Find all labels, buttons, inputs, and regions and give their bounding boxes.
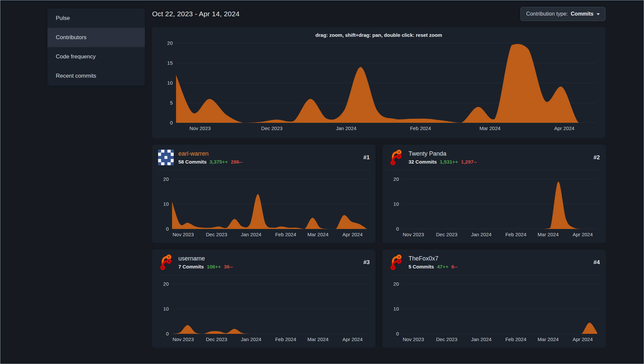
svg-text:Dec 2023: Dec 2023	[436, 336, 457, 342]
contributor-info: TheFox0x7 5 Commits 47++ 6--	[409, 255, 457, 269]
overall-commits-chart-card: drag: zoom, shift+drag: pan, double clic…	[152, 27, 605, 138]
svg-text:Mar 2024: Mar 2024	[538, 336, 559, 342]
svg-text:Mar 2024: Mar 2024	[308, 232, 328, 237]
contributor-name: username	[178, 255, 233, 262]
svg-text:0: 0	[396, 226, 399, 232]
contribution-type-dropdown[interactable]: Contribution type: Commits	[520, 7, 605, 21]
sidebar-item-label: Code frequency	[56, 53, 96, 60]
contribution-type-label: Contribution type:	[526, 11, 568, 17]
contributor-commits-area-chart[interactable]: 01020Nov 2023Dec 2023Jan 2024Feb 2024Mar…	[157, 279, 370, 344]
contributor-chart-area: 01020Nov 2023Dec 2023Jan 2024Feb 2024Mar…	[388, 275, 600, 346]
sidebar-item-label: Pulse	[56, 15, 70, 22]
svg-text:Jan 2024: Jan 2024	[241, 336, 261, 342]
deletions-count: 6--	[451, 264, 457, 269]
svg-text:20: 20	[163, 281, 169, 287]
contributor-cards-grid: earl-warren 58 Commits 3,375++ 286-- #1 …	[152, 145, 605, 348]
contributor-card: earl-warren 58 Commits 3,375++ 286-- #1 …	[152, 145, 376, 243]
forgejo-logo-icon	[158, 255, 174, 270]
main-content: Oct 22, 2023 - Apr 14, 2024 Contribution…	[152, 6, 605, 348]
svg-text:Apr 2024: Apr 2024	[573, 336, 593, 342]
svg-text:Feb 2024: Feb 2024	[410, 125, 431, 131]
svg-text:Feb 2024: Feb 2024	[505, 336, 526, 342]
contributor-name-link[interactable]: earl-warren	[178, 150, 242, 157]
svg-text:Apr 2024: Apr 2024	[554, 125, 575, 131]
svg-text:20: 20	[393, 176, 399, 182]
svg-text:Mar 2024: Mar 2024	[538, 232, 559, 237]
contributors-page: Pulse Contributors Code frequency Recent…	[0, 0, 644, 348]
activity-sidebar: Pulse Contributors Code frequency Recent…	[47, 9, 145, 86]
chevron-down-icon	[597, 13, 600, 15]
contributor-card-header: Twenty Panda 32 Commits 1,531++ 1,297-- …	[388, 145, 600, 171]
contributor-name: TheFox0x7	[409, 255, 457, 262]
sidebar-item-label: Recent commits	[56, 73, 96, 79]
contributor-stats: 58 Commits 3,375++ 286--	[178, 159, 242, 165]
additions-count: 3,375++	[210, 159, 228, 165]
contributor-name: Twenty Panda	[409, 150, 477, 157]
contributor-stats: 7 Commits 108++ 36--	[178, 264, 233, 269]
svg-text:Feb 2024: Feb 2024	[275, 232, 296, 237]
svg-text:20: 20	[393, 281, 399, 287]
identicon-avatar	[158, 150, 174, 165]
commit-count: 5 Commits	[409, 264, 434, 269]
contributor-info: earl-warren 58 Commits 3,375++ 286--	[178, 150, 242, 165]
svg-text:0: 0	[170, 120, 173, 125]
svg-text:Feb 2024: Feb 2024	[505, 232, 526, 237]
svg-text:Apr 2024: Apr 2024	[342, 232, 363, 237]
svg-text:Dec 2023: Dec 2023	[436, 232, 457, 237]
svg-text:0: 0	[396, 331, 399, 336]
contributor-commits-area-chart[interactable]: 01020Nov 2023Dec 2023Jan 2024Feb 2024Mar…	[388, 279, 600, 344]
chart-zoom-hint: drag: zoom, shift+drag: pan, double clic…	[159, 32, 599, 38]
commit-count: 58 Commits	[178, 159, 207, 165]
contribution-type-value: Commits	[571, 11, 594, 17]
deletions-count: 286--	[231, 159, 242, 165]
svg-text:Nov 2023: Nov 2023	[172, 232, 194, 237]
svg-text:Apr 2024: Apr 2024	[573, 232, 593, 237]
sidebar-item-code-frequency[interactable]: Code frequency	[47, 47, 145, 66]
svg-text:Apr 2024: Apr 2024	[342, 336, 363, 342]
rank-badge: #1	[363, 154, 370, 161]
svg-text:10: 10	[393, 201, 399, 207]
rank-badge: #4	[594, 259, 600, 266]
rank-badge: #3	[363, 259, 370, 266]
contributor-commits-area-chart[interactable]: 01020Nov 2023Dec 2023Jan 2024Feb 2024Mar…	[157, 175, 370, 240]
sidebar-item-contributors[interactable]: Contributors	[47, 28, 145, 47]
additions-count: 1,531++	[440, 159, 458, 165]
svg-text:Jan 2024: Jan 2024	[241, 232, 261, 237]
svg-text:Dec 2023: Dec 2023	[261, 125, 282, 131]
forgejo-logo-icon	[388, 255, 404, 270]
svg-text:Jan 2024: Jan 2024	[471, 336, 492, 342]
sidebar-item-pulse[interactable]: Pulse	[47, 9, 145, 28]
forgejo-logo-icon	[388, 150, 404, 165]
contributor-chart-area: 01020Nov 2023Dec 2023Jan 2024Feb 2024Mar…	[388, 171, 600, 241]
svg-text:Nov 2023: Nov 2023	[403, 232, 424, 237]
contributor-card-header: earl-warren 58 Commits 3,375++ 286-- #1	[157, 145, 370, 171]
rank-badge: #2	[594, 154, 600, 161]
additions-count: 108++	[207, 264, 221, 269]
contributor-stats: 32 Commits 1,531++ 1,297--	[409, 159, 477, 165]
overall-commits-area-chart[interactable]: 05101520Nov 2023Dec 2023Jan 2024Feb 2024…	[159, 39, 599, 134]
svg-text:Dec 2023: Dec 2023	[206, 336, 227, 342]
svg-text:10: 10	[163, 306, 169, 312]
contributor-card: username 7 Commits 108++ 36-- #3 01020No…	[152, 250, 376, 348]
deletions-count: 1,297--	[461, 159, 477, 165]
page-header: Oct 22, 2023 - Apr 14, 2024 Contribution…	[152, 7, 605, 21]
svg-text:Nov 2023: Nov 2023	[403, 336, 424, 342]
contributor-card-header: TheFox0x7 5 Commits 47++ 6-- #4	[388, 250, 600, 275]
svg-text:Mar 2024: Mar 2024	[480, 125, 501, 131]
svg-text:10: 10	[393, 306, 399, 312]
svg-text:Jan 2024: Jan 2024	[336, 125, 356, 131]
contributor-commits-area-chart[interactable]: 01020Nov 2023Dec 2023Jan 2024Feb 2024Mar…	[388, 175, 600, 240]
svg-text:20: 20	[167, 40, 173, 46]
svg-text:Dec 2023: Dec 2023	[206, 232, 227, 237]
contributor-info: Twenty Panda 32 Commits 1,531++ 1,297--	[409, 150, 477, 165]
svg-text:0: 0	[166, 226, 169, 232]
sidebar-item-label: Contributors	[56, 34, 87, 41]
deletions-count: 36--	[224, 264, 233, 269]
sidebar-item-recent-commits[interactable]: Recent commits	[47, 66, 145, 86]
svg-text:10: 10	[167, 80, 173, 86]
svg-text:20: 20	[163, 176, 169, 182]
svg-text:15: 15	[167, 60, 173, 66]
commit-count: 32 Commits	[409, 159, 437, 165]
additions-count: 47++	[437, 264, 448, 269]
contributor-chart-area: 01020Nov 2023Dec 2023Jan 2024Feb 2024Mar…	[157, 275, 370, 346]
